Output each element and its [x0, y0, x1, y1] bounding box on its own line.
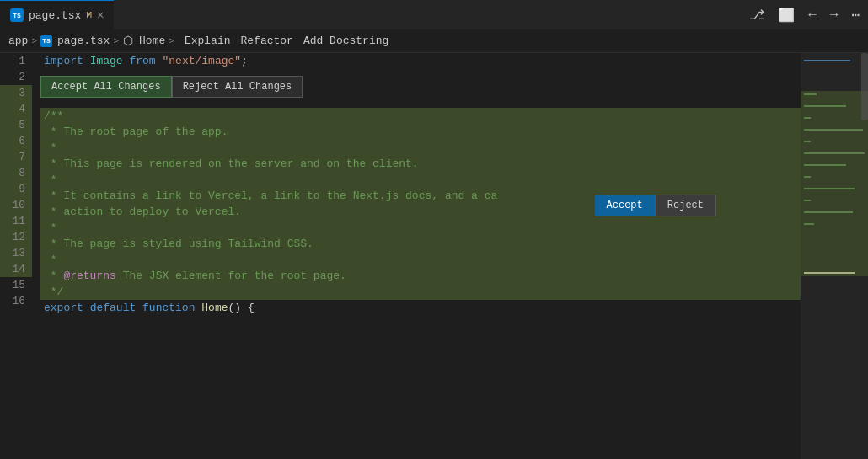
line-num-5: 5 — [0, 117, 32, 133]
inline-reject-button[interactable]: Reject — [655, 195, 716, 216]
accept-all-changes-button[interactable]: Accept All Changes — [40, 76, 172, 98]
reject-all-changes-button[interactable]: Reject All Changes — [172, 76, 303, 98]
keyword-default: default — [90, 300, 137, 316]
code-line-14: */ — [40, 284, 801, 300]
line-num-13: 13 — [0, 245, 32, 261]
svg-rect-2 — [804, 60, 850, 61]
svg-rect-3 — [804, 93, 817, 95]
breadcrumb-file[interactable]: page.tsx — [57, 35, 110, 47]
code-line-4: * The root page of the app. — [40, 124, 801, 140]
code-text — [136, 300, 142, 316]
string-next-image: "next/image" — [162, 53, 241, 69]
code-line-7: * — [40, 172, 801, 188]
breadcrumb-sep3: > — [169, 36, 174, 46]
keyword-import: import — [44, 53, 83, 69]
jsdoc-returns: @returns — [63, 268, 115, 284]
line-num-10: 10 — [0, 197, 32, 213]
breadcrumb-explain[interactable]: Explain — [185, 35, 231, 47]
comment-line-10: * — [44, 220, 57, 236]
source-control-icon[interactable]: ⎇ — [749, 7, 764, 24]
tab-bar-left: TS page.tsx M ✕ — [0, 0, 114, 29]
comment-line-12: * — [44, 252, 57, 268]
line-numbers-gutter: 1 2 3 4 5 6 7 8 9 10 11 12 13 14 15 16 — [0, 53, 40, 459]
type-image: Image — [90, 53, 123, 69]
code-text — [83, 300, 90, 316]
breadcrumb-app[interactable]: app — [8, 35, 28, 47]
tab-close-button[interactable]: ✕ — [97, 9, 104, 21]
code-line-15: export default function Home () { — [40, 300, 801, 316]
tab-filename: page.tsx — [29, 9, 81, 22]
breadcrumb-sep1: > — [31, 36, 37, 46]
svg-rect-14 — [804, 223, 814, 225]
line-num-11: 11 — [0, 213, 32, 229]
code-line-11: * The page is styled using Tailwind CSS. — [40, 236, 801, 252]
line-num-14: 14 — [0, 261, 32, 277]
comment-line-9: * action to deploy to Vercel. — [44, 204, 241, 220]
minimap — [801, 53, 868, 459]
keyword-from: from — [129, 53, 155, 69]
tab-bar: TS page.tsx M ✕ ⎇ ⬜ ← → ⋯ — [0, 0, 868, 29]
more-actions-icon[interactable]: ⋯ — [851, 7, 860, 24]
diff-toolbar: Accept All Changes Reject All Changes — [40, 76, 303, 98]
code-text: () { — [228, 300, 255, 316]
comment-close: */ — [44, 284, 63, 300]
code-text: ; — [241, 53, 248, 69]
svg-rect-9 — [804, 164, 846, 166]
code-text — [156, 53, 163, 69]
tab-modified-indicator: M — [86, 10, 92, 20]
fn-home: Home — [201, 300, 228, 316]
line-num-6: 6 — [0, 133, 32, 149]
comment-line-7: * — [44, 172, 57, 188]
code-text — [123, 53, 130, 69]
code-line-16 — [40, 316, 801, 332]
code-line-3: /** — [40, 108, 801, 124]
line-num-9: 9 — [0, 181, 32, 197]
svg-rect-6 — [804, 129, 863, 131]
line-num-2: 2 — [0, 69, 32, 85]
svg-rect-13 — [804, 211, 853, 213]
svg-rect-11 — [804, 188, 855, 189]
code-line-10: * — [40, 220, 801, 236]
split-editor-icon[interactable]: ⬜ — [778, 7, 795, 24]
minimap-visualization — [801, 53, 868, 459]
line-num-7: 7 — [0, 149, 32, 165]
breadcrumb-home[interactable]: Home — [139, 35, 165, 47]
line-num-4: 4 — [0, 101, 32, 117]
breadcrumb-add-docstring[interactable]: Add Docstring — [303, 35, 388, 47]
comment-line-13-returns: * — [44, 268, 63, 284]
svg-rect-5 — [804, 117, 811, 119]
breadcrumb: app > TS page.tsx > ⬡ Home > Explain Ref… — [0, 29, 868, 53]
breadcrumb-refactor[interactable]: Refactor — [240, 35, 292, 47]
svg-rect-10 — [804, 176, 811, 178]
tsx-breadcrumb-icon: TS — [40, 35, 52, 47]
line-num-8: 8 — [0, 165, 32, 181]
svg-rect-15 — [804, 272, 855, 274]
tab-bar-right: ⎇ ⬜ ← → ⋯ — [749, 7, 868, 24]
code-line-13: * @returns The JSX element for the root … — [40, 268, 801, 284]
editor-tab[interactable]: TS page.tsx M ✕ — [0, 0, 114, 29]
editor-area: 1 2 3 4 5 6 7 8 9 10 11 12 13 14 15 16 A… — [0, 53, 868, 459]
navigate-back-icon[interactable]: ← — [808, 8, 817, 23]
navigate-forward-icon[interactable]: → — [830, 8, 839, 23]
svg-rect-12 — [804, 200, 811, 201]
comment-line-5: * — [44, 140, 57, 156]
svg-rect-8 — [804, 152, 865, 154]
code-editor[interactable]: Accept All Changes Reject All Changes Ac… — [40, 53, 801, 459]
code-line-5: * — [40, 140, 801, 156]
code-line-1: import Image from "next/image" ; — [40, 53, 801, 69]
svg-rect-4 — [804, 105, 846, 107]
svg-rect-7 — [804, 141, 811, 142]
line-num-16: 16 — [0, 293, 32, 309]
inline-accept-button[interactable]: Accept — [595, 195, 655, 216]
comment-line-11: * The page is styled using Tailwind CSS. — [44, 236, 313, 252]
code-text — [195, 300, 201, 316]
inline-diff-buttons: Accept Reject — [595, 195, 716, 216]
svg-rect-16 — [861, 53, 868, 120]
line-num-1: 1 — [0, 53, 32, 69]
keyword-export: export — [44, 300, 83, 316]
keyword-function: function — [142, 300, 195, 316]
home-component-icon: ⬡ — [122, 35, 134, 47]
code-text — [83, 53, 90, 69]
code-line-6: * This page is rendered on the server an… — [40, 156, 801, 172]
breadcrumb-sep2: > — [113, 36, 119, 46]
